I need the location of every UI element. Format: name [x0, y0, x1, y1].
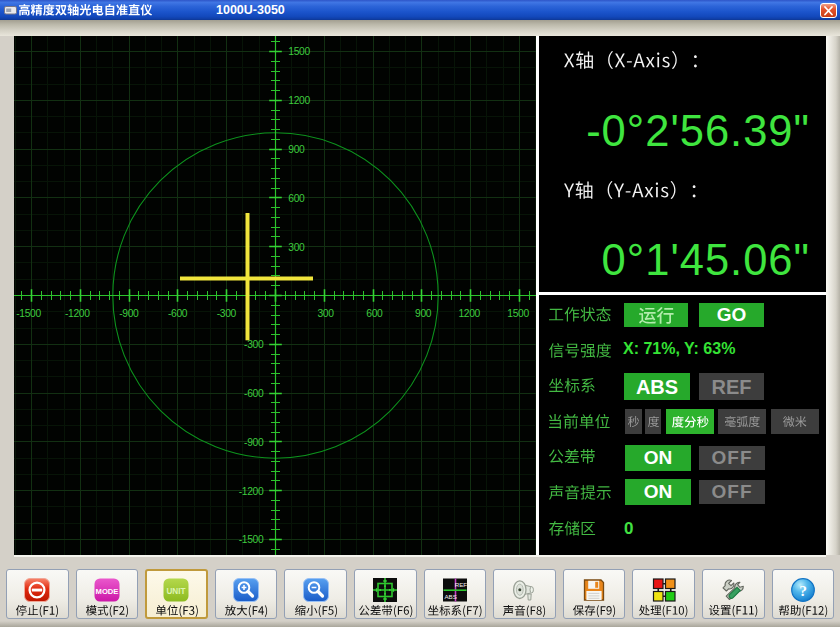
svg-text:-1500: -1500 [16, 308, 41, 319]
svg-text:-1200: -1200 [239, 486, 264, 497]
svg-text:600: 600 [288, 193, 305, 204]
svg-text:1200: 1200 [288, 95, 310, 106]
svg-text:MODE: MODE [95, 586, 118, 595]
svg-text:-600: -600 [244, 388, 264, 399]
svg-text:600: 600 [366, 308, 383, 319]
svg-text:-600: -600 [168, 308, 188, 319]
svg-text:UNIT: UNIT [167, 586, 186, 595]
svg-text:-1200: -1200 [65, 308, 90, 319]
svg-text:900: 900 [415, 308, 432, 319]
svg-text:-900: -900 [119, 308, 139, 319]
svg-text:900: 900 [288, 144, 305, 155]
svg-text:-1500: -1500 [239, 534, 264, 545]
svg-text:1500: 1500 [288, 46, 310, 57]
svg-text:REF: REF [455, 581, 468, 588]
svg-text:ABS: ABS [444, 592, 456, 599]
svg-text:1500: 1500 [507, 308, 529, 319]
svg-text:?: ? [799, 581, 807, 598]
svg-text:-900: -900 [244, 437, 264, 448]
svg-text:300: 300 [288, 242, 305, 253]
svg-text:300: 300 [317, 308, 334, 319]
svg-text:-300: -300 [244, 339, 264, 350]
svg-text:1200: 1200 [458, 308, 480, 319]
svg-text:-300: -300 [217, 308, 237, 319]
